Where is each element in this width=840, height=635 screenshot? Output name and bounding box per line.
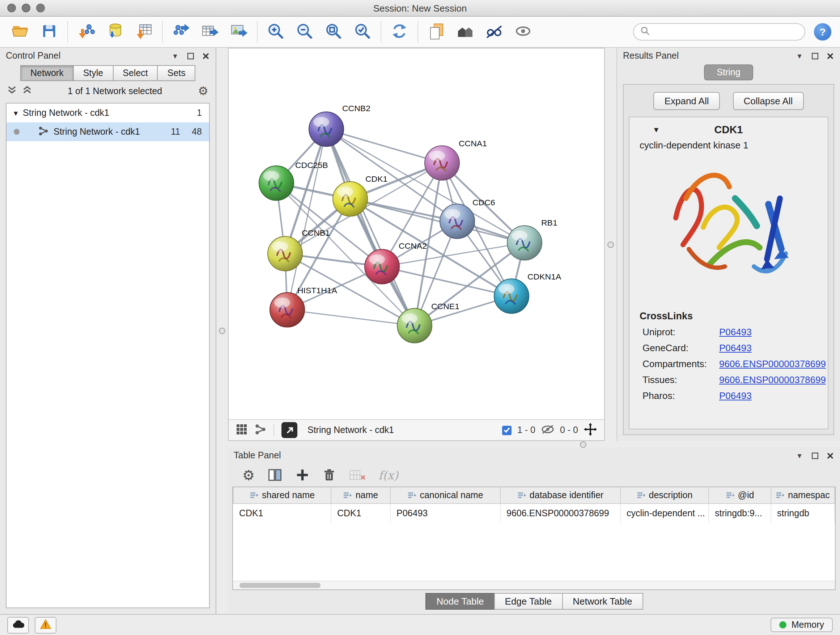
graph-node-CDK1[interactable] bbox=[333, 182, 368, 216]
zoom-in-button[interactable] bbox=[264, 20, 287, 43]
zoom-selected-button[interactable] bbox=[351, 20, 374, 43]
right-splitter[interactable] bbox=[605, 48, 616, 441]
export-table-button[interactable] bbox=[198, 20, 221, 43]
crosslink-link[interactable]: P06493 bbox=[719, 342, 752, 353]
control-tab-select[interactable]: Select bbox=[112, 65, 158, 81]
open-session-button[interactable] bbox=[9, 20, 32, 43]
column-header-canonical-name[interactable]: canonical name bbox=[390, 487, 500, 504]
save-session-button[interactable] bbox=[38, 20, 61, 43]
tab-node-table[interactable]: Node Table bbox=[425, 593, 494, 610]
column-header--id[interactable]: @id bbox=[709, 487, 771, 504]
import-network-file-button[interactable] bbox=[74, 20, 98, 43]
zoom-window-button[interactable] bbox=[36, 4, 45, 12]
graph-node-CCNA1[interactable] bbox=[425, 146, 459, 180]
expand-all-button[interactable]: Expand All bbox=[654, 92, 720, 110]
show-columns-icon[interactable] bbox=[267, 467, 283, 483]
table-cell[interactable]: stringdb bbox=[771, 504, 835, 523]
panel-close-icon[interactable] bbox=[826, 51, 834, 60]
collection-disclosure-icon[interactable]: ▾ bbox=[14, 108, 18, 118]
refresh-button[interactable] bbox=[388, 20, 411, 43]
column-header-shared-name[interactable]: shared name bbox=[233, 487, 331, 504]
panel-float-icon[interactable] bbox=[810, 451, 819, 460]
export-image-button[interactable] bbox=[227, 20, 250, 43]
delete-trash-icon[interactable] bbox=[322, 468, 336, 482]
memory-button[interactable]: Memory bbox=[771, 618, 833, 632]
panel-close-icon[interactable] bbox=[826, 451, 834, 460]
table-cell[interactable]: cyclin-dependent ... bbox=[621, 504, 709, 523]
network-canvas[interactable]: CCNB2CCNA1CDC25BCDK1CDC6RB1CCNB1CCNA2CDK… bbox=[229, 49, 604, 419]
network-row[interactable]: String Network - cdk1 11 48 bbox=[6, 122, 209, 141]
table-horizontal-scrollbar[interactable] bbox=[233, 581, 835, 589]
table-settings-gear-icon[interactable]: ⚙ bbox=[242, 468, 255, 482]
graph-node-CDC25B[interactable] bbox=[259, 166, 294, 200]
export-network-button[interactable] bbox=[169, 20, 193, 43]
crosslink-link[interactable]: P06493 bbox=[719, 390, 752, 401]
collapse-all-icon[interactable] bbox=[22, 86, 32, 97]
crosslink-link[interactable]: 9606.ENSP00000378699 bbox=[719, 358, 826, 369]
column-header-database-identifier[interactable]: database identifier bbox=[500, 487, 621, 504]
panel-float-icon[interactable] bbox=[810, 51, 819, 60]
hidden-eye-icon[interactable] bbox=[541, 424, 554, 436]
import-table-button[interactable] bbox=[133, 20, 156, 43]
tab-edge-table[interactable]: Edge Table bbox=[494, 593, 563, 610]
warning-button[interactable] bbox=[35, 616, 57, 633]
hide-glasses-button[interactable] bbox=[483, 20, 506, 43]
graph-node-CCNA2[interactable] bbox=[365, 249, 399, 284]
control-tab-style[interactable]: Style bbox=[73, 65, 114, 81]
tab-string[interactable]: String bbox=[704, 65, 753, 80]
graph-node-CDKN1A[interactable] bbox=[494, 279, 529, 313]
collapse-all-button[interactable]: Collapse All bbox=[733, 92, 804, 110]
graph-node-HIST1H1A[interactable] bbox=[270, 293, 305, 327]
cloud-button[interactable] bbox=[7, 616, 29, 633]
gear-icon[interactable]: ⚙ bbox=[198, 86, 208, 97]
network-collection-row[interactable]: ▾ String Network - cdk1 1 bbox=[6, 103, 209, 122]
left-splitter[interactable] bbox=[216, 48, 228, 614]
crosslink-link[interactable]: 9606.ENSP00000378699 bbox=[719, 374, 826, 385]
table-splitter[interactable] bbox=[228, 441, 840, 448]
gene-collapse-icon[interactable]: ▾ bbox=[654, 125, 658, 135]
show-eye-button[interactable] bbox=[512, 20, 535, 43]
network-share-icon[interactable] bbox=[255, 423, 266, 437]
zoom-fit-button[interactable] bbox=[322, 20, 345, 43]
expand-all-icon[interactable] bbox=[7, 86, 17, 97]
open-external-button[interactable] bbox=[281, 422, 297, 438]
graph-node-CCNB2[interactable] bbox=[309, 112, 344, 146]
panel-close-icon[interactable] bbox=[201, 51, 210, 60]
pan-crosshair-icon[interactable] bbox=[584, 423, 597, 438]
table-cell[interactable]: 9606.ENSP00000378699 bbox=[500, 504, 621, 523]
panel-menu-icon[interactable]: ▾ bbox=[171, 51, 180, 60]
splitter-handle[interactable] bbox=[579, 441, 586, 448]
graph-node-CCNB1[interactable] bbox=[268, 236, 302, 271]
grid-view-icon[interactable] bbox=[236, 423, 248, 437]
panel-menu-icon[interactable]: ▾ bbox=[795, 451, 804, 460]
panel-menu-icon[interactable]: ▾ bbox=[795, 51, 804, 60]
duplicate-network-button[interactable] bbox=[425, 20, 448, 43]
graph-node-CCNE1[interactable] bbox=[397, 309, 432, 343]
help-button[interactable]: ? bbox=[814, 23, 831, 41]
panel-float-icon[interactable] bbox=[186, 51, 195, 60]
function-builder-icon[interactable]: f(x) bbox=[378, 468, 398, 482]
import-network-database-button[interactable] bbox=[103, 20, 126, 43]
graph-node-CDC6[interactable] bbox=[440, 204, 475, 238]
tab-network-table[interactable]: Network Table bbox=[562, 593, 643, 610]
close-window-button[interactable] bbox=[7, 4, 16, 12]
table-cell[interactable]: P06493 bbox=[390, 504, 500, 523]
column-header-namespac[interactable]: namespac bbox=[771, 487, 835, 504]
splitter-handle[interactable] bbox=[607, 241, 614, 248]
splitter-handle[interactable] bbox=[219, 328, 225, 334]
table-cell[interactable]: stringdb:9... bbox=[709, 504, 771, 523]
column-header-name[interactable]: name bbox=[331, 487, 390, 504]
column-header-description[interactable]: description bbox=[621, 487, 709, 504]
table-cell[interactable]: CDK1 bbox=[233, 504, 331, 523]
minimize-window-button[interactable] bbox=[22, 4, 30, 12]
zoom-out-button[interactable] bbox=[293, 20, 316, 43]
control-tab-network[interactable]: Network bbox=[20, 65, 74, 81]
search-input[interactable] bbox=[654, 26, 798, 38]
graph-node-RB1[interactable] bbox=[507, 226, 542, 260]
add-row-plus-icon[interactable] bbox=[295, 468, 309, 482]
toolbar-search-field[interactable] bbox=[633, 23, 805, 41]
table-cell[interactable]: CDK1 bbox=[331, 504, 390, 523]
scrollbar-thumb[interactable] bbox=[240, 583, 321, 588]
delete-column-icon[interactable] bbox=[349, 468, 366, 482]
control-tab-sets[interactable]: Sets bbox=[157, 65, 196, 81]
